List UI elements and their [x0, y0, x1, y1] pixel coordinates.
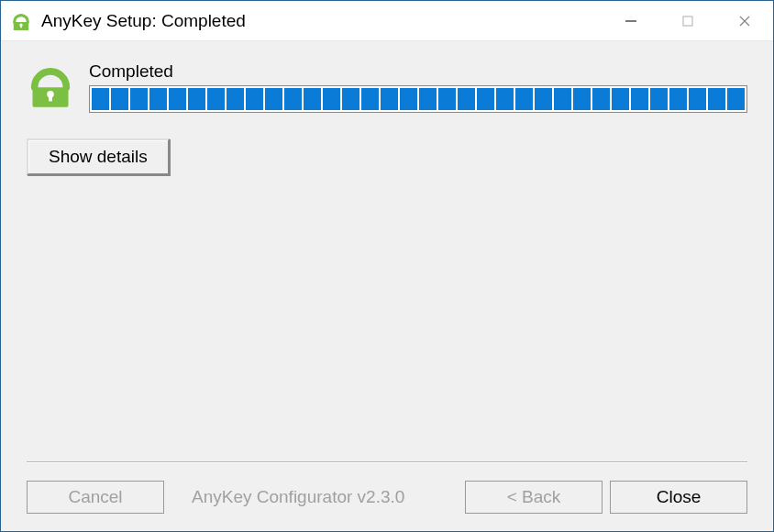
- progress-segment: [130, 88, 148, 110]
- progress-segment: [284, 88, 302, 110]
- progress-segment: [669, 88, 687, 110]
- progress-header: Completed: [27, 61, 747, 113]
- progress-segment: [573, 88, 591, 110]
- progress-segment: [515, 88, 533, 110]
- progress-segment: [169, 88, 186, 110]
- content-area: Completed Show details: [1, 41, 773, 463]
- app-icon-small: [10, 10, 32, 32]
- progress-segment: [592, 88, 610, 110]
- progress-segment: [304, 88, 321, 110]
- progress-segment: [227, 88, 244, 110]
- progress-segment: [612, 88, 629, 110]
- footer: Cancel AnyKey Configurator v2.3.0 < Back…: [1, 463, 773, 531]
- progress-segment: [477, 88, 494, 110]
- progress-section: Completed: [89, 61, 747, 113]
- progress-segment: [631, 88, 648, 110]
- svg-rect-9: [49, 94, 52, 102]
- svg-rect-4: [683, 17, 692, 26]
- progress-segment: [708, 88, 725, 110]
- cancel-button: Cancel: [27, 481, 164, 514]
- back-button: < Back: [465, 481, 603, 514]
- progress-segment: [149, 88, 167, 110]
- progress-segment: [496, 88, 514, 110]
- minimize-button[interactable]: [603, 1, 659, 40]
- branding-label: AnyKey Configurator v2.3.0: [171, 487, 458, 507]
- show-details-button[interactable]: Show details: [27, 139, 170, 175]
- progress-segment: [554, 88, 571, 110]
- progress-segment: [111, 88, 128, 110]
- maximize-button: [659, 1, 716, 40]
- window-title: AnyKey Setup: Completed: [41, 11, 603, 31]
- progress-segment: [265, 88, 282, 110]
- progress-segment: [381, 88, 398, 110]
- progress-segment: [689, 88, 706, 110]
- progress-segment: [650, 88, 668, 110]
- installer-window: AnyKey Setup: Completed: [0, 0, 774, 532]
- svg-rect-2: [20, 25, 22, 28]
- status-label: Completed: [89, 61, 747, 82]
- progress-segment: [188, 88, 205, 110]
- titlebar: AnyKey Setup: Completed: [1, 1, 773, 41]
- progress-bar: [89, 85, 747, 113]
- progress-segment: [535, 88, 552, 110]
- window-controls: [603, 1, 773, 40]
- progress-segment: [400, 88, 417, 110]
- close-window-button[interactable]: [716, 1, 773, 40]
- progress-segment: [323, 88, 340, 110]
- progress-segment: [92, 88, 109, 110]
- app-icon-large: [27, 61, 74, 109]
- progress-segment: [419, 88, 437, 110]
- progress-segment: [727, 88, 745, 110]
- progress-segment: [438, 88, 456, 110]
- progress-segment: [342, 88, 359, 110]
- divider: [27, 461, 747, 463]
- progress-segment: [458, 88, 475, 110]
- close-button[interactable]: Close: [610, 481, 747, 514]
- progress-segment: [246, 88, 263, 110]
- progress-segment: [361, 88, 379, 110]
- progress-segment: [207, 88, 225, 110]
